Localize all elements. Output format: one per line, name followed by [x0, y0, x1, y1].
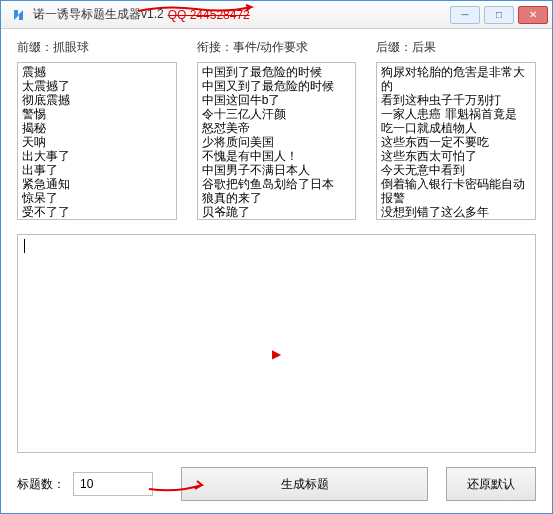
red-scribble-icon: [136, 3, 256, 20]
text-cursor-icon: [24, 239, 25, 253]
suffix-label: 后缀：后果: [376, 39, 536, 56]
middle-label: 衔接：事件/动作要求: [197, 39, 357, 56]
count-label: 标题数：: [17, 476, 65, 493]
red-arrow-icon: [147, 475, 217, 495]
column-labels: 前缀：抓眼球 衔接：事件/动作要求 后缀：后果: [17, 39, 536, 58]
close-button[interactable]: ✕: [518, 6, 548, 24]
titlebar: 诺一诱导标题生成器v1.2 QQ 244528472 ─ □ ✕: [1, 1, 552, 29]
bottom-toolbar: 标题数： 生成标题 还原默认: [17, 467, 536, 501]
prefix-label: 前缀：抓眼球: [17, 39, 177, 56]
app-icon: [11, 7, 27, 23]
generate-button[interactable]: 生成标题: [181, 467, 428, 501]
output-textarea[interactable]: ▶: [17, 234, 536, 453]
reset-button[interactable]: 还原默认: [446, 467, 536, 501]
app-window: 诺一诱导标题生成器v1.2 QQ 244528472 ─ □ ✕ 前缀：抓眼球 …: [0, 0, 553, 514]
middle-listbox[interactable]: 中国到了最危险的时候 中国又到了最危险的时候 中国这回牛b了 令十三亿人汗颜 怒…: [197, 62, 357, 220]
prefix-listbox[interactable]: 震撼 太震撼了 彻底震撼 警惕 揭秘 天呐 出大事了 出事了 紧急通知 惊呆了 …: [17, 62, 177, 220]
minimize-button[interactable]: ─: [450, 6, 480, 24]
suffix-listbox[interactable]: 狗尿对轮胎的危害是非常大的 看到这种虫子千万别打 一家人患癌 罪魁祸首竟是 吃一…: [376, 62, 536, 220]
play-triangle-icon: ▶: [272, 347, 281, 361]
client-area: 前缀：抓眼球 衔接：事件/动作要求 后缀：后果 震撼 太震撼了 彻底震撼 警惕 …: [1, 29, 552, 513]
count-input[interactable]: [73, 472, 153, 496]
window-controls: ─ □ ✕: [450, 6, 548, 24]
maximize-button[interactable]: □: [484, 6, 514, 24]
listboxes-row: 震撼 太震撼了 彻底震撼 警惕 揭秘 天呐 出大事了 出事了 紧急通知 惊呆了 …: [17, 62, 536, 220]
